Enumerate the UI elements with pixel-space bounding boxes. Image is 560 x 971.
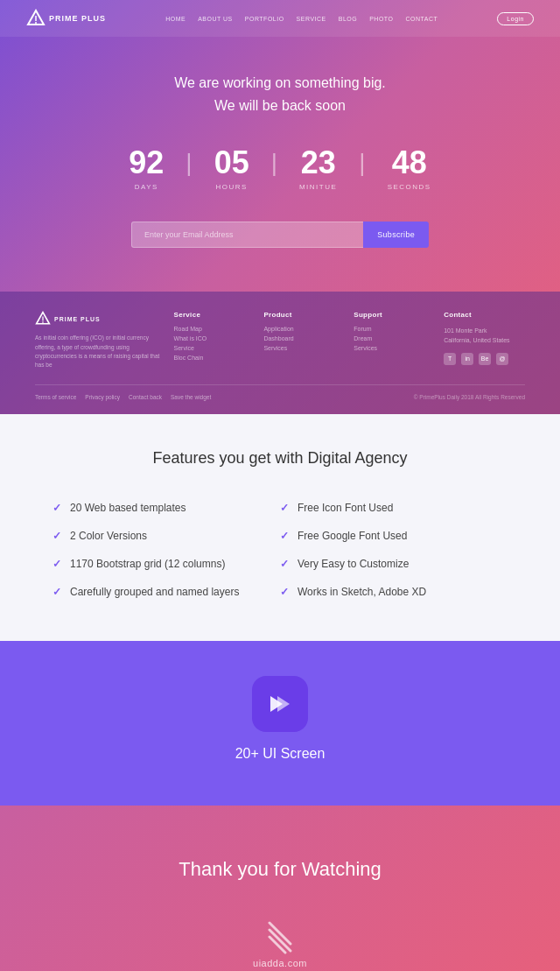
app-logo-icon (263, 687, 297, 721)
copyright: © PrimePlus Daily 2018 All Rights Reserv… (414, 394, 525, 400)
nav-portfolio[interactable]: PORTFOLIO (245, 16, 284, 22)
email-input[interactable] (131, 222, 363, 248)
footer-support-link-1[interactable]: Dream (354, 335, 435, 341)
feature-item-2: ✓ 1170 Bootstrap grid (12 columns) (52, 550, 280, 578)
svg-point-5 (42, 321, 44, 323)
screen-count-label: 20+ UI Screen (18, 746, 542, 762)
feature-item-7: ✓ Works in Sketch, Adobe XD (280, 578, 508, 606)
check-icon-0: ✓ (52, 502, 61, 514)
contact-link[interactable]: Contact back (129, 394, 162, 400)
feature-item-5: ✓ Free Google Font Used (280, 522, 508, 550)
footer-support-title: Support (354, 311, 435, 319)
footer-service-link-1[interactable]: What is ICO (174, 335, 256, 341)
feature-item-4: ✓ Free Icon Font Used (280, 494, 508, 522)
feature-item-0: ✓ 20 Web based templates (52, 494, 280, 522)
feature-text-7: Works in Sketch, Adobe XD (298, 586, 426, 598)
footer-address: 101 Monte Park California, United States (444, 326, 525, 345)
feature-item-1: ✓ 2 Color Versions (52, 522, 280, 550)
features-section: Features you get with Digital Agency ✓ 2… (0, 414, 560, 641)
check-icon-2: ✓ (52, 558, 61, 570)
logo-icon (26, 9, 46, 28)
countdown-timer: 92 DAYS | 05 HOURS | 23 MINITUE | 48 SEC… (26, 147, 534, 191)
divider-1: | (181, 149, 196, 177)
linkedin-icon[interactable]: in (461, 353, 473, 365)
nav-service[interactable]: SERVICE (297, 16, 326, 22)
feature-text-3: Carefully grouped and named layers (70, 586, 239, 598)
footer-brand: PRIME PLUS As initial coin offering (ICO… (35, 311, 165, 370)
footer-contact-title: Contact (444, 311, 525, 319)
minutes-label: MINITUE (299, 183, 337, 191)
footer-service-link-3[interactable]: Bloc Chain (174, 355, 256, 361)
feature-item-3: ✓ Carefully grouped and named layers (52, 578, 280, 606)
footer-service-link-2[interactable]: Service (174, 345, 256, 351)
footer-contact-col: Contact 101 Monte Park California, Unite… (444, 311, 525, 370)
footer-product-link-1[interactable]: Dashboard (263, 335, 345, 341)
uiadda-icon (261, 916, 299, 954)
nav-logo-text: PRIME PLUS (49, 14, 106, 23)
twitter-icon[interactable]: T (444, 353, 456, 365)
footer-service-title: Service (174, 311, 256, 319)
nav-logo: PRIME PLUS (26, 9, 106, 28)
uiadda-logo: uiadda.com (18, 916, 542, 968)
check-icon-4: ✓ (280, 502, 289, 514)
footer-service-link-0[interactable]: Road Map (174, 326, 256, 332)
days-label: DAYS (129, 183, 164, 191)
feature-text-4: Free Icon Font Used (298, 502, 393, 514)
nav-contact[interactable]: CONTACT (405, 16, 438, 22)
feature-text-5: Free Google Font Used (298, 530, 407, 542)
footer-product-title: Product (263, 311, 345, 319)
svg-point-2 (35, 22, 37, 24)
title-line1: We are working on something big. (174, 75, 386, 90)
footer-product-link-0[interactable]: Application (263, 326, 345, 332)
divider-3: | (354, 149, 369, 177)
footer-product-col: Product Application Dashboard Services (263, 311, 345, 370)
features-right: ✓ Free Icon Font Used ✓ Free Google Font… (280, 494, 508, 606)
privacy-link[interactable]: Privacy policy (85, 394, 120, 400)
check-icon-1: ✓ (52, 530, 61, 542)
social-icons: T in Be @ (444, 353, 525, 365)
countdown-area: We are working on something big. We will… (0, 37, 560, 292)
terms-link[interactable]: Terms of service (35, 394, 76, 400)
footer-brand-name: PRIME PLUS (54, 316, 101, 322)
footer-product-link-2[interactable]: Services (263, 345, 345, 351)
footer-bottom-links: Terms of service Privacy policy Contact … (35, 394, 211, 400)
footer-support-link-0[interactable]: Forum (354, 326, 435, 332)
nav-links: HOME ABOUT US PORTFOLIO SERVICE BLOG PHO… (165, 16, 438, 22)
thankyou-section: Thank you for Watching uiadda.com (0, 806, 560, 971)
widget-link[interactable]: Save the widget (171, 394, 211, 400)
address-line2: California, United States (444, 337, 509, 343)
features-grid: ✓ 20 Web based templates ✓ 2 Color Versi… (52, 494, 508, 606)
address-line1: 101 Monte Park (444, 327, 486, 334)
footer-logo: PRIME PLUS (35, 311, 165, 327)
navbar: PRIME PLUS HOME ABOUT US PORTFOLIO SERVI… (0, 0, 560, 37)
footer-logo-icon (35, 311, 51, 327)
footer-brand-desc: As initial coin offering (ICO) or initia… (35, 334, 165, 370)
feature-text-2: 1170 Bootstrap grid (12 columns) (70, 558, 225, 570)
thankyou-text: Thank you for Watching (18, 858, 542, 881)
feature-text-0: 20 Web based templates (70, 502, 186, 514)
app-section: 20+ UI Screen (0, 641, 560, 806)
login-button[interactable]: Login (497, 12, 534, 25)
email-icon[interactable]: @ (496, 353, 508, 365)
subscribe-button[interactable]: Subscribe (363, 222, 429, 248)
timer-minutes: 23 MINITUE (282, 147, 354, 191)
footer-support-link-2[interactable]: Services (354, 345, 435, 351)
check-icon-5: ✓ (280, 530, 289, 542)
seconds-value: 48 (388, 147, 431, 179)
nav-home[interactable]: HOME (165, 16, 186, 22)
days-value: 92 (129, 147, 164, 179)
nav-about[interactable]: ABOUT US (198, 16, 233, 22)
nav-blog[interactable]: BLOG (339, 16, 357, 22)
feature-text-6: Very Easy to Customize (298, 558, 409, 570)
hero-footer: PRIME PLUS As initial coin offering (ICO… (0, 292, 560, 414)
footer-grid: PRIME PLUS As initial coin offering (ICO… (35, 311, 525, 370)
features-left: ✓ 20 Web based templates ✓ 2 Color Versi… (52, 494, 280, 606)
nav-photo[interactable]: PHOTO (369, 16, 393, 22)
seconds-label: SECONDS (388, 183, 431, 191)
check-icon-7: ✓ (280, 586, 289, 598)
check-icon-3: ✓ (52, 586, 61, 598)
hours-label: HOURS (214, 183, 249, 191)
features-title: Features you get with Digital Agency (52, 449, 508, 468)
footer-bottom: Terms of service Privacy policy Contact … (35, 384, 525, 400)
behance-icon[interactable]: Be (479, 353, 491, 365)
